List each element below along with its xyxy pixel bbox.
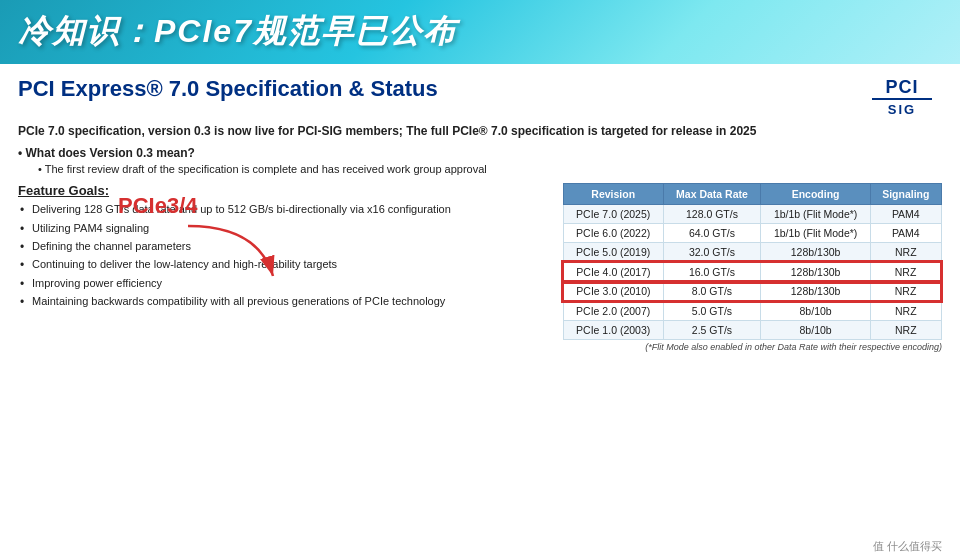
table-cell-encoding: 8b/10b [761, 301, 871, 321]
bottom-bar: 值 什么值得买 [18, 539, 942, 554]
page-title-block: PCI Express® 7.0 Specification & Status [18, 76, 438, 102]
table-cell-rate: 32.0 GT/s [663, 243, 760, 263]
top-banner: 冷知识：PCIe7规范早已公布 [0, 0, 960, 64]
table-cell-signaling: NRZ [871, 282, 941, 302]
annotation-arrow [178, 221, 288, 291]
spec-table: Revision Max Data Rate Encoding Signalin… [562, 183, 942, 340]
table-cell-rate: 8.0 GT/s [663, 282, 760, 302]
version-sub: The first review draft of the specificat… [38, 162, 942, 177]
subtitle: PCIe 7.0 specification, version 0.3 is n… [18, 123, 942, 140]
table-cell-signaling: NRZ [871, 262, 941, 282]
table-cell-rate: 16.0 GT/s [663, 262, 760, 282]
col-header-signaling: Signaling [871, 184, 941, 205]
annotation-container: PCIe3/4 [118, 193, 198, 219]
table-cell-encoding: 1b/1b (Flit Mode*) [761, 205, 871, 224]
table-cell-encoding: 128b/130b [761, 282, 871, 302]
pci-logo-divider [872, 98, 932, 100]
table-cell-revision: PCIe 4.0 (2017) [563, 262, 663, 282]
table-note: (*Flit Mode also enabled in other Data R… [645, 342, 942, 352]
table-row: PCIe 5.0 (2019)32.0 GT/s128b/130bNRZ [563, 243, 941, 263]
table-cell-revision: PCIe 2.0 (2007) [563, 301, 663, 321]
table-cell-revision: PCIe 7.0 (2025) [563, 205, 663, 224]
header-row: PCI Express® 7.0 Specification & Status … [18, 76, 942, 117]
version-section: • What does Version 0.3 mean? The first … [18, 146, 942, 177]
table-cell-rate: 2.5 GT/s [663, 321, 760, 340]
table-row: PCIe 7.0 (2025)128.0 GT/s1b/1b (Flit Mod… [563, 205, 941, 224]
table-cell-revision: PCIe 3.0 (2010) [563, 282, 663, 302]
table-cell-signaling: NRZ [871, 301, 941, 321]
table-cell-revision: PCIe 6.0 (2022) [563, 224, 663, 243]
two-col-layout: Feature Goals: Delivering 128 GT/s data … [18, 183, 942, 535]
pci-sig-logo: PCI SIG [872, 78, 932, 117]
table-cell-signaling: NRZ [871, 321, 941, 340]
col-header-encoding: Encoding [761, 184, 871, 205]
table-cell-signaling: NRZ [871, 243, 941, 263]
table-cell-rate: 64.0 GT/s [663, 224, 760, 243]
list-item: Maintaining backwards compatibility with… [18, 294, 548, 309]
table-row: PCIe 6.0 (2022)64.0 GT/s1b/1b (Flit Mode… [563, 224, 941, 243]
table-cell-revision: PCIe 1.0 (2003) [563, 321, 663, 340]
feature-goals-title: Feature Goals: [18, 183, 548, 198]
col-header-rate: Max Data Rate [663, 184, 760, 205]
version-main: • What does Version 0.3 mean? [18, 146, 942, 160]
banner-title: 冷知识：PCIe7规范早已公布 [18, 10, 457, 54]
watermark: 值 什么值得买 [873, 539, 942, 554]
table-cell-signaling: PAM4 [871, 205, 941, 224]
table-cell-revision: PCIe 5.0 (2019) [563, 243, 663, 263]
table-cell-encoding: 8b/10b [761, 321, 871, 340]
pci-logo-bottom: SIG [888, 102, 916, 117]
table-cell-rate: 5.0 GT/s [663, 301, 760, 321]
table-header-row: Revision Max Data Rate Encoding Signalin… [563, 184, 941, 205]
table-row: PCIe 3.0 (2010)8.0 GT/s128b/130bNRZ [563, 282, 941, 302]
pci-logo-top: PCI [885, 78, 918, 96]
table-cell-signaling: PAM4 [871, 224, 941, 243]
table-cell-rate: 128.0 GT/s [663, 205, 760, 224]
col-header-revision: Revision [563, 184, 663, 205]
table-row: PCIe 2.0 (2007)5.0 GT/s8b/10bNRZ [563, 301, 941, 321]
list-item: Delivering 128 GT/s data rate and up to … [18, 202, 548, 217]
left-column: Feature Goals: Delivering 128 GT/s data … [18, 183, 548, 535]
main-content: PCI Express® 7.0 Specification & Status … [0, 64, 960, 556]
table-row: PCIe 1.0 (2003)2.5 GT/s8b/10bNRZ [563, 321, 941, 340]
page-title: PCI Express® 7.0 Specification & Status [18, 76, 438, 102]
table-row: PCIe 4.0 (2017)16.0 GT/s128b/130bNRZ [563, 262, 941, 282]
table-cell-encoding: 128b/130b [761, 262, 871, 282]
table-cell-encoding: 128b/130b [761, 243, 871, 263]
pcie34-annotation: PCIe3/4 [118, 193, 198, 218]
right-column: Revision Max Data Rate Encoding Signalin… [562, 183, 942, 535]
table-cell-encoding: 1b/1b (Flit Mode*) [761, 224, 871, 243]
